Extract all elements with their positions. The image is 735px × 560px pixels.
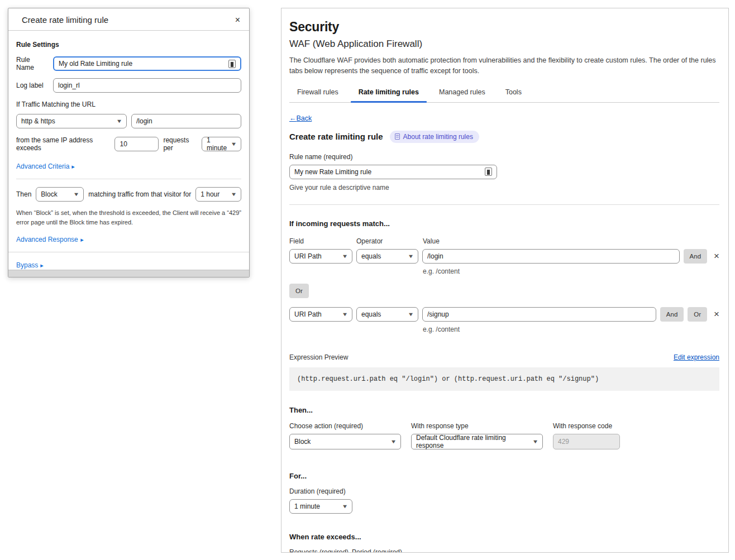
- chevron-down-icon: ▼: [231, 192, 237, 197]
- dialog-footer: Cancel Save as Draft: [8, 270, 249, 277]
- response-type-select[interactable]: Default Cloudflare rate limiting respons…: [411, 434, 543, 449]
- advanced-criteria-link[interactable]: Advanced Criteria ▶: [16, 162, 75, 170]
- action-select[interactable]: Block ▼: [36, 187, 84, 202]
- response-code-input: 429: [553, 434, 620, 449]
- about-rate-limiting-badge[interactable]: About rate limiting rules: [390, 131, 479, 143]
- value-input-text[interactable]: [427, 252, 675, 260]
- back-link[interactable]: ←Back: [289, 114, 312, 122]
- page-title: Security: [289, 20, 719, 35]
- chevron-down-icon: ▼: [73, 192, 80, 197]
- duration-label: Duration (required): [289, 487, 719, 495]
- then-label: Then: [16, 190, 31, 198]
- scheme-select[interactable]: http & https ▼: [16, 114, 127, 128]
- rule-name-input-text[interactable]: [59, 60, 228, 68]
- then-middle-text: matching traffic from that visitor for: [88, 190, 191, 198]
- chevron-down-icon: ▼: [342, 253, 349, 259]
- close-icon[interactable]: ×: [235, 16, 240, 25]
- chevron-down-icon: ▼: [342, 504, 349, 509]
- divider: [16, 179, 241, 179]
- dialog-title: Create rate limiting rule: [22, 15, 108, 25]
- chevron-down-icon: ▼: [408, 312, 414, 317]
- back-arrow-icon: ←: [289, 114, 297, 122]
- rule-name-label: Rule Name: [16, 56, 49, 71]
- chevron-down-icon: ▼: [116, 118, 123, 124]
- expression-preview-code: (http.request.uri.path eq "/login") or (…: [289, 367, 719, 391]
- condition-row: URI Path ▼ equals ▼ And Or ×: [289, 307, 719, 322]
- disclosure-triangle-icon: ▶: [80, 238, 84, 242]
- remove-condition-icon[interactable]: ×: [714, 251, 719, 261]
- threshold-prefix-text: from the same IP address exceeds: [16, 136, 110, 152]
- tab-rate-limiting-rules[interactable]: Rate limiting rules: [359, 88, 419, 102]
- field-select[interactable]: URI Path ▼: [289, 249, 352, 264]
- operator-select[interactable]: equals ▼: [356, 307, 418, 322]
- field-select[interactable]: URI Path ▼: [289, 307, 352, 322]
- autofill-icon[interactable]: [485, 167, 492, 176]
- requests-count-input[interactable]: [114, 137, 159, 151]
- bypass-link[interactable]: Bypass ▶: [16, 261, 44, 269]
- edit-expression-link[interactable]: Edit expression: [674, 353, 719, 361]
- page-subtitle: WAF (Web Application Firewall): [289, 39, 719, 50]
- chevron-down-icon: ▼: [390, 439, 397, 444]
- value-input[interactable]: [422, 307, 656, 322]
- choose-action-label: Choose action (required): [289, 422, 401, 430]
- log-label-input-text[interactable]: [58, 82, 236, 89]
- chevron-down-icon: ▼: [408, 253, 414, 259]
- value-column-label: Value: [423, 237, 440, 245]
- rule-name-label: Rule name (required): [289, 153, 719, 161]
- and-button[interactable]: And: [684, 249, 707, 264]
- tab-managed-rules[interactable]: Managed rules: [439, 88, 485, 102]
- chevron-down-icon: ▼: [532, 439, 539, 444]
- advanced-response-link[interactable]: Advanced Response ▶: [16, 236, 84, 243]
- rule-name-helper: Give your rule a descriptive name: [289, 184, 719, 192]
- operator-column-label: Operator: [356, 237, 423, 245]
- value-input[interactable]: [422, 249, 680, 264]
- expression-preview-label: Expression Preview: [289, 353, 348, 361]
- and-button[interactable]: And: [660, 307, 684, 322]
- requests-count-input-text[interactable]: [120, 140, 154, 148]
- response-code-label: With response code: [553, 422, 620, 430]
- for-heading: For...: [289, 472, 719, 480]
- rule-name-input-text[interactable]: [294, 168, 485, 176]
- dialog-header: Create rate limiting rule ×: [8, 8, 249, 31]
- requests-label: Requests (required): [289, 548, 352, 553]
- divider: [289, 204, 719, 205]
- waf-description: The Cloudflare WAF provides both automat…: [289, 55, 719, 77]
- field-column-label: Field: [289, 237, 356, 245]
- autofill-icon[interactable]: [228, 60, 236, 68]
- url-input[interactable]: [131, 114, 241, 128]
- log-label-input[interactable]: [53, 78, 241, 93]
- period-select[interactable]: 1 minute ▼: [202, 137, 241, 151]
- traffic-matching-heading: If Traffic Matching the URL: [16, 100, 241, 108]
- period-label: Period (required): [352, 548, 402, 553]
- then-heading: Then...: [289, 406, 719, 414]
- disclosure-triangle-icon: ▶: [41, 264, 44, 268]
- value-hint: e.g. /content: [423, 326, 719, 333]
- tab-tools[interactable]: Tools: [505, 88, 522, 102]
- disclosure-triangle-icon: ▶: [72, 164, 75, 169]
- remove-condition-icon[interactable]: ×: [714, 309, 719, 319]
- form-title: Create rate limiting rule: [289, 132, 383, 141]
- old-rate-limiting-dialog: Create rate limiting rule × Rule Setting…: [8, 8, 250, 277]
- rule-name-input[interactable]: [53, 56, 241, 71]
- response-type-label: With response type: [411, 422, 543, 430]
- block-note-text: When “Block” is set, when the threshold …: [16, 208, 241, 227]
- url-input-text[interactable]: [136, 117, 236, 125]
- operator-select[interactable]: equals ▼: [356, 249, 418, 264]
- chevron-down-icon: ▼: [231, 141, 237, 147]
- action-select[interactable]: Block ▼: [289, 434, 401, 449]
- chevron-down-icon: ▼: [342, 312, 349, 317]
- value-input-text[interactable]: [427, 310, 651, 318]
- block-duration-select[interactable]: 1 hour ▼: [195, 187, 241, 202]
- value-hint: e.g. /content: [423, 267, 719, 275]
- or-connector-button[interactable]: Or: [289, 284, 309, 298]
- match-heading: If incoming requests match...: [289, 219, 719, 228]
- log-label-label: Log label: [16, 82, 49, 89]
- waf-tabs: Firewall rules Rate limiting rules Manag…: [289, 88, 719, 103]
- requests-per-text: requests per: [163, 136, 197, 152]
- document-icon: [395, 133, 400, 140]
- condition-row: URI Path ▼ equals ▼ And ×: [289, 249, 719, 264]
- duration-select[interactable]: 1 minute ▼: [289, 499, 352, 514]
- tab-firewall-rules[interactable]: Firewall rules: [297, 88, 338, 102]
- or-button[interactable]: Or: [688, 307, 707, 322]
- rule-name-input[interactable]: [289, 165, 497, 179]
